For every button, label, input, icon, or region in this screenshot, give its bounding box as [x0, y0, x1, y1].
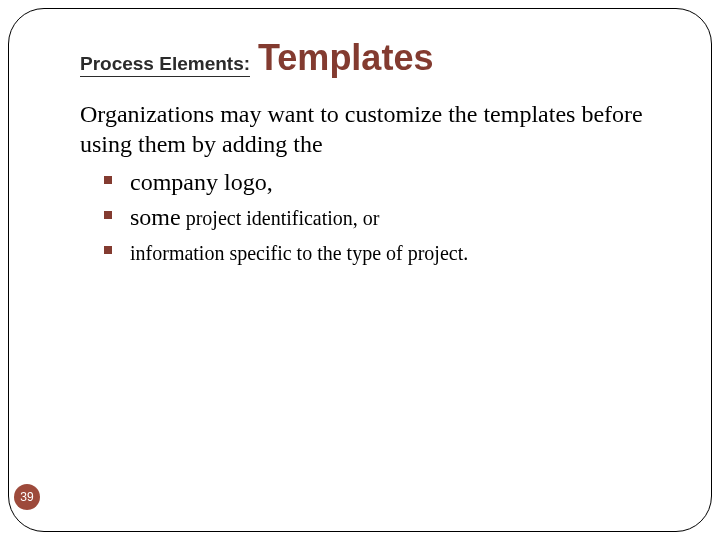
slide-content: Process Elements: Templates Organization… — [80, 40, 660, 269]
bullet-rest: project identification, or — [181, 207, 380, 229]
page-number-badge: 39 — [14, 484, 40, 510]
title-main: Templates — [258, 40, 433, 76]
title-prefix: Process Elements: — [80, 53, 250, 77]
list-item: information specific to the type of proj… — [104, 235, 660, 270]
bullet-lead: company logo, — [130, 169, 273, 195]
slide-title: Process Elements: Templates — [80, 40, 660, 77]
intro-text: Organizations may want to customize the … — [80, 99, 660, 159]
bullet-list: company logo, some project identificatio… — [80, 165, 660, 269]
list-item: some project identification, or — [104, 200, 660, 235]
bullet-lead: some — [130, 204, 181, 230]
page-number: 39 — [20, 490, 33, 504]
slide: Process Elements: Templates Organization… — [0, 0, 720, 540]
bullet-rest: information specific to the type of proj… — [130, 242, 468, 264]
list-item: company logo, — [104, 165, 660, 200]
